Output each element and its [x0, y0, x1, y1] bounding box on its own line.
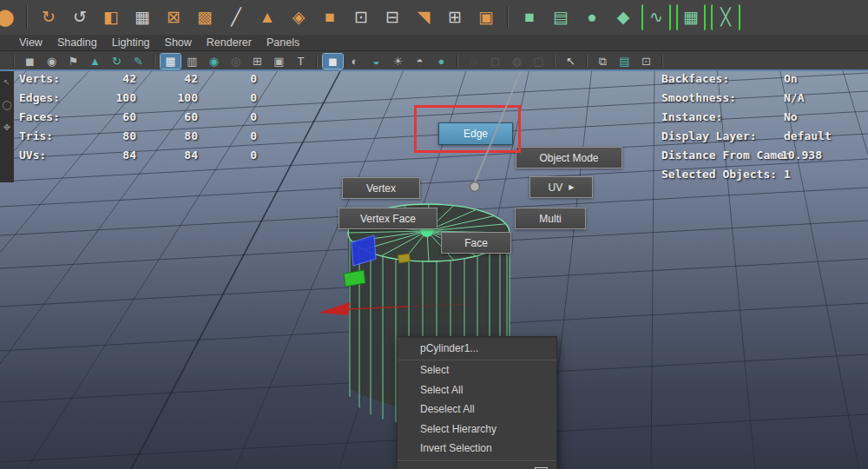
separator: [154, 55, 155, 67]
default-light-icon[interactable]: ◓: [410, 54, 430, 69]
hud-value: No: [784, 110, 798, 123]
pinch-sculpt-icon[interactable]: ∿: [641, 4, 671, 30]
snapshot-icon[interactable]: ⊡: [636, 54, 656, 69]
multi-cut-icon[interactable]: ╱: [223, 4, 249, 30]
context-menu-item-deselect-all[interactable]: Deselect All: [398, 400, 556, 419]
stamp-sculpt-icon[interactable]: ▦: [676, 4, 706, 30]
hud-value: On: [784, 72, 798, 85]
xray-icon[interactable]: ◌: [464, 54, 483, 69]
paint-effects-icon[interactable]: ●: [431, 54, 451, 69]
shaded-display-icon[interactable]: ◼: [323, 54, 343, 69]
smooth-sculpt-icon[interactable]: ▤: [548, 4, 574, 30]
x-axis-arrow[interactable]: [319, 302, 350, 315]
menu-panels[interactable]: Panels: [266, 36, 299, 49]
tumble-view-icon[interactable]: ↻: [107, 54, 127, 69]
hud-label: Instance:: [661, 110, 722, 123]
hud-label: Selected Objects:: [661, 168, 777, 181]
menu-lighting[interactable]: Lighting: [112, 36, 150, 49]
grab-sculpt-icon[interactable]: ◆: [610, 4, 636, 30]
extrude-icon[interactable]: ▲: [254, 4, 280, 30]
maya-window: ⬤↻↺◧▦⊠▩╱▲◈■⊡⊟◥⊞▣■▤●◆∿▦╳ < View Shading L…: [0, 0, 868, 469]
mirror-geometry-icon[interactable]: ◧: [98, 4, 124, 30]
display-region-icon[interactable]: ⊞: [247, 54, 267, 69]
remesh-icon[interactable]: ⊠: [161, 4, 187, 30]
context-menu-item-select[interactable]: Select: [398, 360, 556, 380]
hud-value: N/A: [784, 91, 804, 104]
xray-joints-icon[interactable]: ◻: [485, 54, 505, 69]
context-menu-item-select-all[interactable]: Select All: [398, 380, 556, 400]
target-weld-icon[interactable]: ⊡: [348, 4, 374, 30]
resolution-gate-icon[interactable]: ◉: [204, 54, 224, 69]
smooth-mesh-icon[interactable]: ■: [317, 4, 343, 30]
isolate-select-icon[interactable]: ▲: [85, 54, 105, 69]
camera-icon[interactable]: ◼: [20, 54, 40, 69]
menu-renderer[interactable]: Renderer: [207, 36, 252, 49]
retopologize-icon[interactable]: ▩: [192, 4, 218, 30]
fill-hole-icon[interactable]: ▦: [129, 4, 155, 30]
manipulator-center-handle[interactable]: [398, 254, 411, 263]
flat-lighting-icon[interactable]: ☀: [388, 54, 408, 69]
marking-menu-label: Multi: [539, 213, 561, 225]
grid-toggle-icon[interactable]: ▦: [161, 54, 181, 69]
flatten-sculpt-icon[interactable]: ╳: [711, 4, 740, 30]
menu-item-label: Invert Selection: [420, 442, 492, 454]
separator: [457, 55, 458, 67]
marking-menu-label: UV: [549, 182, 563, 194]
pane-stack-icon[interactable]: ▤: [615, 54, 635, 69]
marking-menu-vertex-face[interactable]: Vertex Face: [339, 208, 437, 229]
marking-menu-face[interactable]: Face: [441, 232, 511, 254]
relax-sculpt-icon[interactable]: ●: [579, 4, 605, 30]
viewport[interactable]: ↖◯✥ Verts: 42 42 0 Edges: 100 100 0 Face…: [0, 69, 868, 469]
menu-shading[interactable]: Shading: [57, 36, 97, 49]
hud-value: default: [784, 129, 832, 142]
selection-highlight-box: [414, 105, 521, 153]
context-menu-title: pCylinder1...: [398, 337, 556, 360]
crease-tool-icon[interactable]: ◥: [411, 4, 437, 30]
lighting-display-icon[interactable]: ◐: [345, 54, 365, 69]
menu-view[interactable]: View: [19, 36, 43, 49]
texture-placement-icon[interactable]: ▢: [529, 54, 549, 69]
marking-menu-label: Vertex: [366, 182, 396, 195]
menu-show[interactable]: Show: [165, 36, 192, 49]
marking-menu-multi[interactable]: Multi: [515, 208, 586, 229]
separator: [26, 6, 28, 29]
wedge-tool-icon[interactable]: ✎: [128, 54, 148, 69]
context-menu-item-select-similar[interactable]: Select Similar: [398, 464, 556, 469]
hud-label: Distance From Camera:: [661, 149, 792, 162]
separate-icon[interactable]: ↺: [67, 4, 93, 30]
duplicate-face-icon[interactable]: ▣: [473, 4, 499, 30]
separator: [661, 55, 663, 67]
hud-toggle-icon[interactable]: T: [291, 54, 311, 69]
context-menu-item-invert-selection[interactable]: Invert Selection: [398, 439, 556, 459]
menu-item-label: Select All: [420, 384, 463, 396]
marking-menu-object-mode[interactable]: Object Mode: [516, 147, 622, 168]
marking-menu-label: Face: [464, 237, 488, 249]
menu-item-label: Deselect All: [420, 403, 475, 415]
sculpt-tool-icon[interactable]: ■: [516, 4, 542, 30]
combine-icon[interactable]: ↻: [36, 4, 62, 30]
bookmark-icon[interactable]: ⚑: [63, 54, 83, 69]
bridge-icon[interactable]: ⊟: [379, 4, 405, 30]
select-tool-icon[interactable]: ↖: [561, 54, 581, 69]
quad-draw-icon[interactable]: ◈: [286, 4, 312, 30]
wire-on-shaded-icon[interactable]: ◍: [507, 54, 527, 69]
gate-mask-icon[interactable]: ◎: [226, 54, 246, 69]
textured-display-icon[interactable]: ◒: [366, 54, 386, 69]
context-menu-item-select-hierarchy[interactable]: Select Hierarchy: [398, 419, 556, 439]
pane-layout-icon[interactable]: ⧉: [593, 54, 613, 69]
menu-item-label: Select: [420, 364, 449, 376]
transform-component-icon[interactable]: ⊞: [442, 4, 468, 30]
marking-menu-label: Vertex Face: [360, 213, 416, 225]
separator: [554, 55, 556, 67]
poly-cylinder-icon[interactable]: ⬤: [0, 4, 18, 30]
separator: [586, 55, 588, 67]
marking-menu-vertex[interactable]: Vertex: [342, 177, 420, 199]
hud-value: 10.938: [781, 149, 822, 162]
film-gate-icon[interactable]: ▥: [182, 54, 202, 69]
hud-label: Backfaces:: [661, 72, 729, 85]
manipulator-green-plane[interactable]: [344, 270, 365, 287]
marking-menu-uv[interactable]: UV ▶: [529, 176, 593, 198]
shelf: ⬤↻↺◧▦⊠▩╱▲◈■⊡⊟◥⊞▣■▤●◆∿▦╳: [0, 0, 868, 36]
image-plane-icon[interactable]: ▣: [269, 54, 289, 69]
camera-attributes-icon[interactable]: ◉: [42, 54, 62, 69]
